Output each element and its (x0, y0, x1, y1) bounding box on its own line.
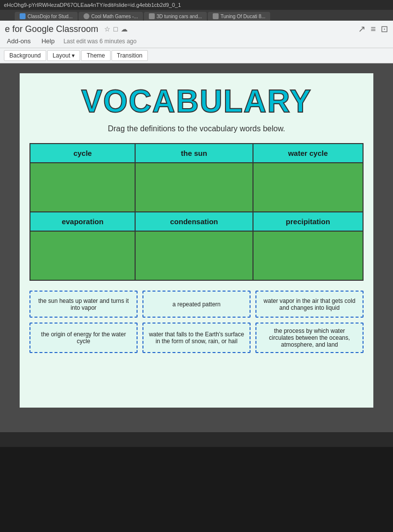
tab-label-4: Tuning Of Ducati 8... (221, 14, 265, 19)
slide-subtitle: Drag the definitions to the vocabulary w… (108, 124, 285, 133)
hamburger-icon[interactable]: ≡ (370, 24, 376, 34)
background-button[interactable]: Background (4, 50, 46, 61)
title-icons: ☆ □ ☁ (104, 25, 127, 33)
vocab-grid: cycle the sun water cycle evaporation co… (29, 143, 364, 281)
favicon-3 (149, 13, 155, 19)
layout-label: Layout (53, 52, 70, 59)
theme-button[interactable]: Theme (81, 50, 110, 61)
slide-content: VOCABULARY Drag the definitions to the v… (20, 73, 373, 408)
content-cell-6[interactable] (253, 231, 363, 280)
slides-title: e for Google Classroom (5, 24, 98, 34)
transition-button[interactable]: Transition (112, 50, 148, 61)
browser-tab-2[interactable]: Cool Math Games -... (79, 12, 143, 21)
tab-label-3: 3D tuning cars and... (157, 14, 202, 19)
def-card-1[interactable]: the sun heats up water and turns it into… (29, 291, 138, 318)
def-card-2[interactable]: a repeated pattern (142, 291, 251, 318)
trending-icon[interactable]: ↗ (358, 24, 365, 34)
browser-tab-1[interactable]: ClassDojo for Stud... (15, 12, 78, 21)
save-icon[interactable]: □ (113, 25, 117, 33)
slides-menu-bar: Add-ons Help Last edit was 6 minutes ago (0, 35, 393, 48)
layout-button[interactable]: Layout ▾ (47, 50, 80, 61)
header-cell-condensation: condensation (135, 212, 253, 231)
help-menu[interactable]: Help (39, 36, 56, 46)
slide-title: VOCABULARY (81, 83, 311, 119)
content-cell-3[interactable] (253, 163, 363, 212)
expand-icon[interactable]: ⊡ (381, 24, 388, 34)
star-icon[interactable]: ☆ (104, 25, 111, 33)
slides-right-icons: ↗ ≡ ⊡ (358, 24, 388, 34)
favicon-4 (213, 13, 219, 19)
def-card-6[interactable]: the process by which water circulates be… (255, 323, 364, 353)
last-edit-label: Last edit was 6 minutes ago (63, 38, 137, 45)
cloud-icon[interactable]: ☁ (121, 25, 128, 33)
table-row-headers-1: cycle the sun water cycle (30, 144, 363, 163)
header-cell-evaporation: evaporation (30, 212, 135, 231)
header-cell-sun: the sun (135, 144, 253, 163)
table-row-empty-2 (30, 231, 363, 280)
slides-toolbar: e for Google Classroom ☆ □ ☁ ↗ ≡ ⊡ Add-o… (0, 21, 393, 48)
address-text: eHcOhg9-pYrlRWHezaDP67OLEaa4nTY/edit#sli… (4, 2, 181, 8)
layout-dropdown-icon: ▾ (72, 52, 75, 59)
def-card-4[interactable]: the origin of energy for the water cycle (29, 323, 138, 353)
slides-title-bar: e for Google Classroom ☆ □ ☁ ↗ ≡ ⊡ (0, 21, 393, 35)
bottom-bar (0, 432, 393, 447)
slide-controls-bar: Background Layout ▾ Theme Transition (0, 48, 393, 63)
tab-label-1: ClassDojo for Stud... (28, 14, 73, 19)
content-cell-4[interactable] (30, 231, 135, 280)
favicon-1 (20, 13, 26, 19)
content-cell-1[interactable] (30, 163, 135, 212)
addons-menu[interactable]: Add-ons (5, 36, 32, 46)
content-cell-2[interactable] (135, 163, 253, 212)
tab-label-2: Cool Math Games -... (91, 14, 138, 19)
address-bar: eHcOhg9-pYrlRWHezaDP67OLEaa4nTY/edit#sli… (0, 0, 393, 10)
content-cell-5[interactable] (135, 231, 253, 280)
table-row-headers-2: evaporation condensation precipitation (30, 212, 363, 231)
favicon-2 (84, 13, 89, 19)
tabs-bar: ClassDojo for Stud... Cool Math Games -.… (0, 10, 393, 21)
definition-cards: the sun heats up water and turns it into… (29, 291, 364, 353)
table-row-empty-1 (30, 163, 363, 212)
def-card-3[interactable]: water vapor in the air that gets cold an… (255, 291, 364, 318)
header-cell-water-cycle: water cycle (253, 144, 363, 163)
header-cell-cycle: cycle (30, 144, 135, 163)
browser-tab-3[interactable]: 3D tuning cars and... (144, 12, 207, 21)
header-cell-precipitation: precipitation (253, 212, 363, 231)
browser-tab-4[interactable]: Tuning Of Ducati 8... (208, 12, 270, 21)
slide-area: VOCABULARY Drag the definitions to the v… (0, 63, 393, 432)
browser-chrome: eHcOhg9-pYrlRWHezaDP67OLEaa4nTY/edit#sli… (0, 0, 393, 21)
def-card-5[interactable]: water that falls to the Earth's surface … (142, 323, 251, 353)
